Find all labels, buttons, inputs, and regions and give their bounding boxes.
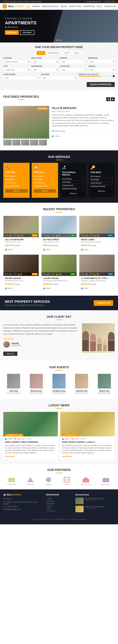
featured-thumb-4[interactable] [30, 140, 38, 146]
testimonial-title: OUR CLIENT SAY [3, 315, 115, 320]
agent-role-3: Real Estate Agent [71, 392, 92, 394]
living-field: LIVING ROOMS Any [3, 74, 39, 80]
footer-phone: 📞 +1 12345 45567 [3, 506, 43, 508]
bathrooms-select[interactable]: Any [32, 68, 58, 72]
topbar: © 2015 Lorem Ipsum Street, London, Unite… [0, 0, 118, 3]
nav-contact[interactable]: CONTACT US [104, 5, 116, 8]
news-title-0: NON LAOREET NIBH COMMODO [5, 441, 56, 443]
prop-heart-4[interactable]: ♡ [73, 288, 75, 289]
hero-dot-1[interactable] [56, 40, 58, 41]
kitchens-select[interactable]: Any [41, 76, 77, 80]
featured-prev-btn[interactable]: ◄ [106, 97, 110, 101]
nav-variation[interactable]: VARIATION LAYOUT [42, 5, 59, 8]
rent-view-all-btn[interactable]: VIEW ALL [90, 190, 112, 193]
floor-select[interactable]: Any [60, 68, 86, 72]
nav-blog[interactable]: BLOG [97, 5, 102, 8]
footer-nav-home[interactable]: Home [46, 498, 72, 500]
news-read-more-1[interactable]: READ MORE [62, 456, 72, 458]
featured-thumb-3[interactable] [21, 140, 29, 146]
price-slider-thumb[interactable] [113, 75, 115, 77]
footer-nav-blog[interactable]: Blog [46, 507, 72, 510]
featured-price-label: /month [59, 130, 65, 132]
nav-properties[interactable]: PROPERTIES [83, 5, 95, 8]
camera-icon-5: 📷 6 [80, 273, 84, 275]
partner-icon-1: PRE [26, 476, 34, 483]
agent-card-1: Martina Doe Real Estate Agent [26, 374, 47, 394]
prop-footer-2: 👤 ADMIN ♡ [81, 248, 113, 250]
size-icon-3: 📐 80 [18, 273, 22, 275]
search-tab-sale[interactable]: SALE [72, 51, 81, 55]
sale-icon: 🏠 [34, 165, 56, 170]
hero-price: $1,280 /month [5, 26, 36, 28]
footer-nav-properties[interactable]: Properties [46, 502, 72, 505]
garage-label: GARAGE [88, 66, 115, 67]
nav-pages[interactable]: PAGES [61, 5, 67, 8]
hero-dot-3[interactable] [60, 40, 62, 41]
news-badge-1: 📅 October 15, 2017 [62, 434, 78, 436]
agent-role-1: Real Estate Agent [26, 392, 47, 394]
search-tab-residential[interactable]: RESIDENTIAL [45, 51, 62, 55]
sale-view-all-btn[interactable]: VIEW ALL [34, 189, 56, 193]
living-select[interactable]: Any [3, 76, 39, 80]
search-tab-rent[interactable]: RENT [62, 51, 72, 55]
nav-shortcodes[interactable]: SHORTCODES [69, 5, 81, 8]
footer-news-title-1: Nunc porta sapien a ligula [85, 506, 104, 508]
prop-overlay-5: 📷 6 🛏 5 🚿 3 📐 200 RENT [79, 272, 114, 276]
prop-footer-3: 👤 ADMIN ♡ [5, 286, 37, 289]
camera-icon-3: 📷 3 [5, 273, 8, 275]
prop-title-3: BROWN DESIGN [5, 277, 37, 280]
news-read-more-0[interactable]: READ MORE [5, 456, 15, 458]
prop-heart-1[interactable]: ♡ [73, 249, 75, 250]
prop-icons-3: 📷 3 🛏 2 🚿 1 📐 80 [5, 273, 22, 275]
prop-subtitle-2: Kings Street 013, Area SRT [81, 241, 113, 243]
rent-button[interactable]: FOR RENT [20, 30, 34, 35]
footer-nav-contact[interactable]: Contact Us [46, 510, 72, 512]
bedrooms-select[interactable]: Any [88, 60, 115, 64]
recent-properties-grid: 📷 4 🛏 3 🚿 2 📐 120 SALE VILLA IN BENIJURS… [3, 216, 115, 291]
testimonial-content: Lorem ipsum dolor sit amet, facilisis aq… [3, 323, 115, 356]
search-tab-buy[interactable]: BUY [37, 51, 45, 55]
partner-1: PRE PREMIUM [26, 476, 34, 485]
location-select[interactable]: Select Location [3, 60, 30, 64]
featured-thumb-5[interactable] [39, 140, 47, 146]
nav-sliders[interactable]: SLIDERS [32, 5, 40, 8]
parking-select[interactable]: Any [60, 60, 86, 64]
prop-heart-0[interactable]: ♡ [36, 249, 37, 250]
built-select[interactable]: Any [32, 60, 58, 64]
prop-heart-2[interactable]: ♡ [111, 249, 113, 250]
vacation-view-all-btn[interactable]: VIEW ALL [62, 192, 84, 195]
prop-footer-0: 👤 ADMIN ♡ [5, 248, 37, 250]
agents-section: OUR AGENTS John Doe Real Estate Agent Ma… [0, 361, 118, 399]
heart-icon[interactable]: ♡ [113, 135, 115, 137]
featured-next-btn[interactable]: ► [111, 97, 115, 101]
agent-card-4: Martin Doe Real Estate Agent [94, 374, 115, 394]
testimonial-view-all-btn[interactable]: VIEW ALL [3, 352, 17, 356]
prop-card-3: 📷 3 🛏 2 🚿 1 📐 80 SALE BROWN DESIGN Stree… [3, 254, 39, 291]
recent-section: RECENT PROPERTIES 📷 4 🛏 3 🚿 2 📐 120 SALE… [0, 203, 118, 296]
type-select[interactable]: Select Type [3, 68, 30, 72]
partner-name-5: PORTOBELLO [101, 484, 111, 485]
bath-icon-2: 🚿 2 [89, 234, 93, 236]
best-services-subtitle: Get latest news & updates from Perfect P… [5, 304, 50, 306]
parking-field: PARKING Any [60, 57, 86, 64]
featured-thumb-2[interactable] [12, 140, 20, 146]
prop-title-2: WHITE LOBBY [81, 238, 113, 241]
sale-button[interactable]: FOR SALE [5, 30, 19, 35]
footer-nav-about[interactable]: About Us [46, 500, 72, 502]
prop-img-0: 📷 4 🛏 3 🚿 2 📐 120 SALE [4, 216, 39, 237]
auction-view-all-btn[interactable]: VIEW ALL [5, 189, 28, 193]
search-submit-btn[interactable]: SEARCH PROPERTIES [87, 82, 115, 87]
garage-select[interactable]: Any [88, 68, 115, 72]
hero-dot-2[interactable] [58, 40, 60, 41]
partner-icon-0: FLAG [8, 476, 16, 483]
contact-us-btn[interactable]: CONTACT US [94, 300, 113, 306]
service-card-auction: 🔨 AUCTION Find Property› Find Realtor› C… [3, 163, 30, 198]
bath-icon-1: 🚿 1 [51, 234, 55, 236]
footer-nav-agents[interactable]: Agents [46, 505, 72, 507]
prop-badge-0: SALE [32, 234, 38, 236]
nav-home[interactable]: HOME [25, 4, 30, 8]
prop-heart-3[interactable]: ♡ [36, 288, 37, 289]
prop-heart-5[interactable]: ♡ [111, 288, 113, 289]
svg-text:HIGH: HIGH [47, 480, 50, 480]
featured-thumb-1[interactable] [3, 140, 12, 146]
